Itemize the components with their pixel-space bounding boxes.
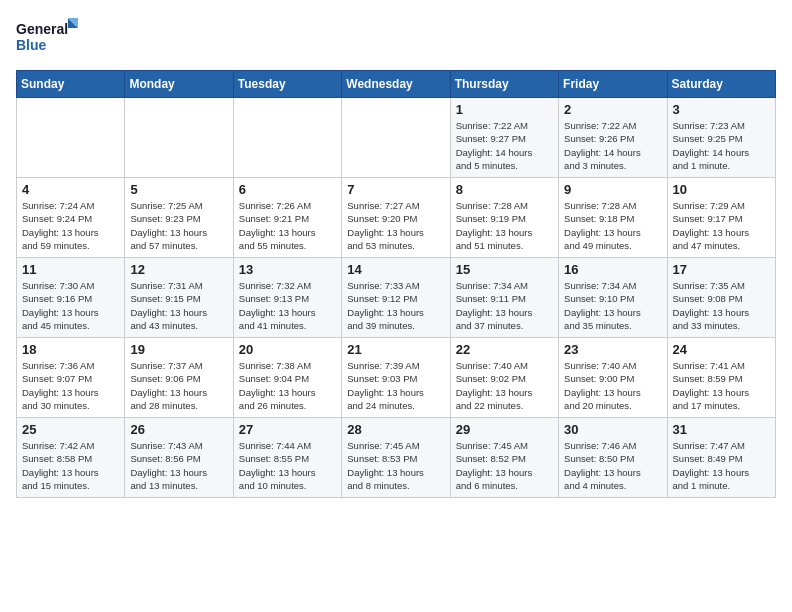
- day-info: Sunrise: 7:28 AM Sunset: 9:19 PM Dayligh…: [456, 199, 553, 252]
- calendar-cell: 14Sunrise: 7:33 AM Sunset: 9:12 PM Dayli…: [342, 258, 450, 338]
- day-info: Sunrise: 7:26 AM Sunset: 9:21 PM Dayligh…: [239, 199, 336, 252]
- day-info: Sunrise: 7:23 AM Sunset: 9:25 PM Dayligh…: [673, 119, 770, 172]
- day-number: 8: [456, 182, 553, 197]
- day-info: Sunrise: 7:22 AM Sunset: 9:26 PM Dayligh…: [564, 119, 661, 172]
- calendar-cell: [125, 98, 233, 178]
- calendar-cell: 15Sunrise: 7:34 AM Sunset: 9:11 PM Dayli…: [450, 258, 558, 338]
- day-number: 31: [673, 422, 770, 437]
- calendar-cell: 23Sunrise: 7:40 AM Sunset: 9:00 PM Dayli…: [559, 338, 667, 418]
- calendar-cell: 31Sunrise: 7:47 AM Sunset: 8:49 PM Dayli…: [667, 418, 775, 498]
- calendar-cell: 25Sunrise: 7:42 AM Sunset: 8:58 PM Dayli…: [17, 418, 125, 498]
- calendar-cell: 4Sunrise: 7:24 AM Sunset: 9:24 PM Daylig…: [17, 178, 125, 258]
- weekday-header: Saturday: [667, 71, 775, 98]
- day-number: 9: [564, 182, 661, 197]
- day-info: Sunrise: 7:42 AM Sunset: 8:58 PM Dayligh…: [22, 439, 119, 492]
- day-number: 23: [564, 342, 661, 357]
- day-number: 18: [22, 342, 119, 357]
- weekday-header: Friday: [559, 71, 667, 98]
- calendar-cell: 12Sunrise: 7:31 AM Sunset: 9:15 PM Dayli…: [125, 258, 233, 338]
- calendar-cell: [342, 98, 450, 178]
- calendar-cell: [17, 98, 125, 178]
- calendar-cell: 24Sunrise: 7:41 AM Sunset: 8:59 PM Dayli…: [667, 338, 775, 418]
- svg-text:Blue: Blue: [16, 37, 47, 53]
- day-number: 1: [456, 102, 553, 117]
- day-info: Sunrise: 7:41 AM Sunset: 8:59 PM Dayligh…: [673, 359, 770, 412]
- weekday-header: Thursday: [450, 71, 558, 98]
- day-info: Sunrise: 7:45 AM Sunset: 8:53 PM Dayligh…: [347, 439, 444, 492]
- calendar-cell: 8Sunrise: 7:28 AM Sunset: 9:19 PM Daylig…: [450, 178, 558, 258]
- day-number: 10: [673, 182, 770, 197]
- day-number: 21: [347, 342, 444, 357]
- day-number: 14: [347, 262, 444, 277]
- day-info: Sunrise: 7:28 AM Sunset: 9:18 PM Dayligh…: [564, 199, 661, 252]
- calendar-cell: 17Sunrise: 7:35 AM Sunset: 9:08 PM Dayli…: [667, 258, 775, 338]
- weekday-header: Monday: [125, 71, 233, 98]
- day-number: 3: [673, 102, 770, 117]
- calendar-cell: 27Sunrise: 7:44 AM Sunset: 8:55 PM Dayli…: [233, 418, 341, 498]
- day-number: 12: [130, 262, 227, 277]
- logo: GeneralBlue: [16, 16, 86, 56]
- calendar-cell: 3Sunrise: 7:23 AM Sunset: 9:25 PM Daylig…: [667, 98, 775, 178]
- calendar-cell: 13Sunrise: 7:32 AM Sunset: 9:13 PM Dayli…: [233, 258, 341, 338]
- weekday-header: Tuesday: [233, 71, 341, 98]
- calendar-cell: 28Sunrise: 7:45 AM Sunset: 8:53 PM Dayli…: [342, 418, 450, 498]
- day-number: 22: [456, 342, 553, 357]
- day-info: Sunrise: 7:47 AM Sunset: 8:49 PM Dayligh…: [673, 439, 770, 492]
- calendar-cell: 22Sunrise: 7:40 AM Sunset: 9:02 PM Dayli…: [450, 338, 558, 418]
- day-info: Sunrise: 7:27 AM Sunset: 9:20 PM Dayligh…: [347, 199, 444, 252]
- day-number: 20: [239, 342, 336, 357]
- day-info: Sunrise: 7:37 AM Sunset: 9:06 PM Dayligh…: [130, 359, 227, 412]
- calendar-cell: 6Sunrise: 7:26 AM Sunset: 9:21 PM Daylig…: [233, 178, 341, 258]
- day-number: 2: [564, 102, 661, 117]
- day-number: 30: [564, 422, 661, 437]
- day-info: Sunrise: 7:43 AM Sunset: 8:56 PM Dayligh…: [130, 439, 227, 492]
- calendar-cell: 19Sunrise: 7:37 AM Sunset: 9:06 PM Dayli…: [125, 338, 233, 418]
- day-info: Sunrise: 7:32 AM Sunset: 9:13 PM Dayligh…: [239, 279, 336, 332]
- day-number: 16: [564, 262, 661, 277]
- day-number: 29: [456, 422, 553, 437]
- calendar-cell: 30Sunrise: 7:46 AM Sunset: 8:50 PM Dayli…: [559, 418, 667, 498]
- calendar-week-row: 25Sunrise: 7:42 AM Sunset: 8:58 PM Dayli…: [17, 418, 776, 498]
- calendar-week-row: 18Sunrise: 7:36 AM Sunset: 9:07 PM Dayli…: [17, 338, 776, 418]
- calendar-cell: 29Sunrise: 7:45 AM Sunset: 8:52 PM Dayli…: [450, 418, 558, 498]
- day-info: Sunrise: 7:40 AM Sunset: 9:00 PM Dayligh…: [564, 359, 661, 412]
- day-info: Sunrise: 7:35 AM Sunset: 9:08 PM Dayligh…: [673, 279, 770, 332]
- logo-svg: GeneralBlue: [16, 16, 86, 56]
- day-info: Sunrise: 7:38 AM Sunset: 9:04 PM Dayligh…: [239, 359, 336, 412]
- calendar-cell: 20Sunrise: 7:38 AM Sunset: 9:04 PM Dayli…: [233, 338, 341, 418]
- day-number: 28: [347, 422, 444, 437]
- calendar-cell: 2Sunrise: 7:22 AM Sunset: 9:26 PM Daylig…: [559, 98, 667, 178]
- calendar-table: SundayMondayTuesdayWednesdayThursdayFrid…: [16, 70, 776, 498]
- day-number: 5: [130, 182, 227, 197]
- calendar-week-row: 1Sunrise: 7:22 AM Sunset: 9:27 PM Daylig…: [17, 98, 776, 178]
- day-info: Sunrise: 7:30 AM Sunset: 9:16 PM Dayligh…: [22, 279, 119, 332]
- day-info: Sunrise: 7:45 AM Sunset: 8:52 PM Dayligh…: [456, 439, 553, 492]
- day-number: 7: [347, 182, 444, 197]
- calendar-cell: 21Sunrise: 7:39 AM Sunset: 9:03 PM Dayli…: [342, 338, 450, 418]
- day-info: Sunrise: 7:33 AM Sunset: 9:12 PM Dayligh…: [347, 279, 444, 332]
- day-number: 15: [456, 262, 553, 277]
- day-number: 19: [130, 342, 227, 357]
- day-info: Sunrise: 7:24 AM Sunset: 9:24 PM Dayligh…: [22, 199, 119, 252]
- calendar-week-row: 4Sunrise: 7:24 AM Sunset: 9:24 PM Daylig…: [17, 178, 776, 258]
- day-number: 17: [673, 262, 770, 277]
- day-number: 4: [22, 182, 119, 197]
- calendar-cell: 11Sunrise: 7:30 AM Sunset: 9:16 PM Dayli…: [17, 258, 125, 338]
- day-number: 11: [22, 262, 119, 277]
- calendar-cell: 1Sunrise: 7:22 AM Sunset: 9:27 PM Daylig…: [450, 98, 558, 178]
- day-number: 25: [22, 422, 119, 437]
- calendar-cell: 16Sunrise: 7:34 AM Sunset: 9:10 PM Dayli…: [559, 258, 667, 338]
- svg-text:General: General: [16, 21, 68, 37]
- calendar-cell: 10Sunrise: 7:29 AM Sunset: 9:17 PM Dayli…: [667, 178, 775, 258]
- header: GeneralBlue: [16, 16, 776, 56]
- day-info: Sunrise: 7:46 AM Sunset: 8:50 PM Dayligh…: [564, 439, 661, 492]
- calendar-cell: 5Sunrise: 7:25 AM Sunset: 9:23 PM Daylig…: [125, 178, 233, 258]
- weekday-header: Wednesday: [342, 71, 450, 98]
- day-number: 24: [673, 342, 770, 357]
- day-info: Sunrise: 7:22 AM Sunset: 9:27 PM Dayligh…: [456, 119, 553, 172]
- day-number: 13: [239, 262, 336, 277]
- day-number: 26: [130, 422, 227, 437]
- day-info: Sunrise: 7:36 AM Sunset: 9:07 PM Dayligh…: [22, 359, 119, 412]
- day-number: 27: [239, 422, 336, 437]
- day-info: Sunrise: 7:34 AM Sunset: 9:11 PM Dayligh…: [456, 279, 553, 332]
